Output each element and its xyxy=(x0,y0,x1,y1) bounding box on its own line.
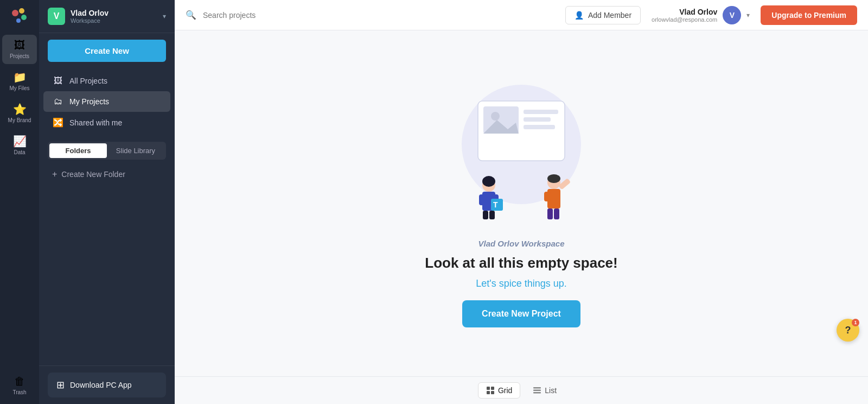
svg-point-0 xyxy=(8,4,31,28)
my-projects-label: My Projects xyxy=(69,97,109,106)
workspace-icon: V xyxy=(48,8,65,25)
svg-rect-34 xyxy=(533,390,541,392)
topbar: 🔍 👤 Add Member Vlad Orlov orlowvlad@resp… xyxy=(175,0,868,30)
plus-icon: + xyxy=(52,169,57,179)
nav-shared-with-me[interactable]: 🔀 Shared with me xyxy=(43,112,170,133)
workspace-label-name: Vlad Orlov xyxy=(478,239,519,248)
user-info[interactable]: Vlad Orlov orlowvlad@respona.com V ▾ xyxy=(647,4,754,27)
user-chevron-icon: ▾ xyxy=(746,11,750,19)
nav-my-projects[interactable]: 🗂 My Projects xyxy=(43,91,170,112)
all-projects-icon: 🖼 xyxy=(52,76,64,86)
add-member-label: Add Member xyxy=(588,11,631,20)
sidebar-item-projects[interactable]: 🖼 Projects xyxy=(2,35,37,64)
workspace-name: Vlad Orlov xyxy=(71,9,157,17)
data-label: Data xyxy=(14,149,25,156)
sidebar-footer: ⊞ Download PC App xyxy=(39,365,175,404)
content-area: T Vlad Orlov Workspace Look at all xyxy=(175,30,868,376)
svg-text:T: T xyxy=(493,200,498,209)
svg-rect-33 xyxy=(533,387,541,389)
trash-item[interactable]: 🗑 Trash xyxy=(2,371,37,400)
list-icon xyxy=(533,386,541,395)
create-project-button[interactable]: Create New Project xyxy=(462,300,580,327)
app-logo[interactable] xyxy=(8,4,31,28)
svg-rect-17 xyxy=(483,211,488,219)
search-icon: 🔍 xyxy=(186,10,196,20)
svg-rect-12 xyxy=(524,125,555,129)
svg-rect-29 xyxy=(487,387,490,390)
create-folder-button[interactable]: + Create New Folder xyxy=(43,164,170,185)
folders-tabs: Folders Slide Library xyxy=(48,142,166,160)
grid-label: Grid xyxy=(498,386,512,395)
search-input[interactable] xyxy=(203,11,378,20)
add-member-icon: 👤 xyxy=(575,11,584,20)
my-files-label: My Files xyxy=(9,85,29,92)
svg-point-4 xyxy=(16,18,21,23)
upgrade-button[interactable]: Upgrade to Premium xyxy=(761,5,857,25)
create-new-button[interactable]: Create New xyxy=(48,40,166,62)
list-label: List xyxy=(545,386,557,395)
projects-label: Projects xyxy=(10,53,29,60)
tab-slide-library[interactable]: Slide Library xyxy=(107,143,164,158)
notification-badge: 1 xyxy=(852,319,859,326)
svg-rect-31 xyxy=(487,391,490,394)
sidebar-item-my-files[interactable]: 📁 My Files xyxy=(2,66,37,96)
sidebar-item-data[interactable]: 📈 Data xyxy=(2,130,37,160)
grid-icon xyxy=(486,386,495,395)
svg-rect-24 xyxy=(544,192,551,201)
add-member-button[interactable]: 👤 Add Member xyxy=(565,6,641,24)
all-projects-label: All Projects xyxy=(69,77,107,85)
windows-icon: ⊞ xyxy=(56,379,65,391)
nav-all-projects[interactable]: 🖼 All Projects xyxy=(43,71,170,91)
empty-title: Look at all this empty space! xyxy=(425,255,617,272)
trash-label: Trash xyxy=(12,389,26,395)
bottom-bar: Grid List xyxy=(175,376,868,404)
user-name: Vlad Orlov xyxy=(652,8,717,16)
workspace-label: Vlad Orlov Workspace xyxy=(478,239,565,248)
user-email: orlowvlad@respona.com xyxy=(652,16,717,23)
svg-rect-15 xyxy=(479,194,486,205)
chevron-down-icon[interactable]: ▾ xyxy=(163,12,166,20)
help-button[interactable]: ? 1 xyxy=(837,319,859,342)
workspace-info: Vlad Orlov Workspace xyxy=(71,9,157,24)
avatar: V xyxy=(723,6,741,24)
svg-rect-27 xyxy=(554,209,559,219)
svg-rect-35 xyxy=(533,392,541,394)
tab-folders[interactable]: Folders xyxy=(49,143,107,158)
svg-rect-26 xyxy=(547,209,553,219)
svg-point-8 xyxy=(491,112,500,121)
svg-rect-30 xyxy=(491,387,494,390)
svg-rect-11 xyxy=(524,117,551,122)
svg-point-3 xyxy=(21,15,27,20)
svg-point-2 xyxy=(19,8,24,14)
empty-state: T Vlad Orlov Workspace Look at all xyxy=(425,79,617,327)
grid-view-button[interactable]: Grid xyxy=(478,382,520,399)
my-projects-icon: 🗂 xyxy=(52,97,64,106)
sidebar-content: Create New 🖼 All Projects 🗂 My Projects … xyxy=(39,33,175,365)
download-label: Download PC App xyxy=(70,381,132,389)
workspace-sub: Workspace xyxy=(71,17,157,24)
illustration: T xyxy=(435,79,608,226)
svg-point-19 xyxy=(482,176,495,187)
sidebar-item-my-brand[interactable]: ⭐ My Brand xyxy=(2,98,37,128)
empty-subtitle[interactable]: Let's spice things up. xyxy=(476,278,567,289)
create-folder-label: Create New Folder xyxy=(61,170,125,179)
my-brand-label: My Brand xyxy=(8,117,31,124)
sidebar: V Vlad Orlov Workspace ▾ Create New 🖼 Al… xyxy=(39,0,175,404)
help-label: ? xyxy=(845,325,851,336)
main-content: 🔍 👤 Add Member Vlad Orlov orlowvlad@resp… xyxy=(175,0,868,404)
download-pc-button[interactable]: ⊞ Download PC App xyxy=(48,373,166,397)
svg-rect-10 xyxy=(524,110,558,114)
user-text: Vlad Orlov orlowvlad@respona.com xyxy=(652,8,717,23)
shared-icon: 🔀 xyxy=(52,117,64,128)
folders-section: Folders Slide Library + Create New Folde… xyxy=(39,133,175,189)
svg-point-1 xyxy=(12,10,18,16)
svg-rect-32 xyxy=(491,391,494,394)
shared-label: Shared with me xyxy=(69,118,122,127)
list-view-button[interactable]: List xyxy=(525,382,565,399)
svg-point-28 xyxy=(547,174,560,183)
icon-bar: 🖼 Projects 📁 My Files ⭐ My Brand 📈 Data … xyxy=(0,0,39,404)
sidebar-header: V Vlad Orlov Workspace ▾ xyxy=(39,0,175,33)
svg-rect-18 xyxy=(489,211,495,219)
trash-icon: 🗑 xyxy=(14,375,25,388)
